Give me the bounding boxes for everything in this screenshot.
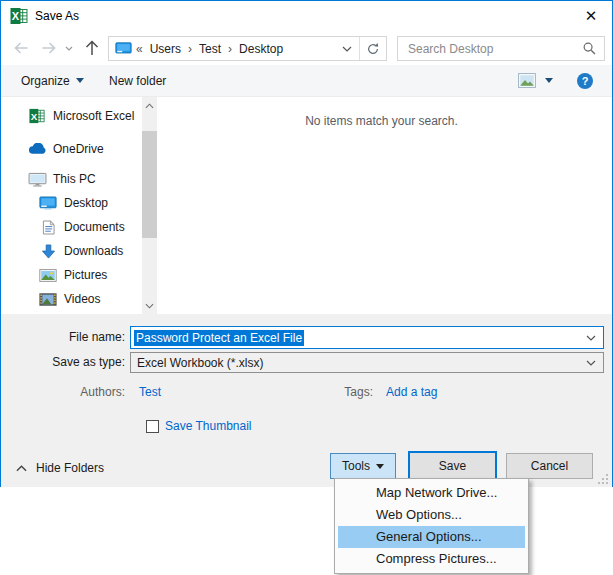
scrollbar-up-icon[interactable] — [142, 97, 157, 114]
sidebar-item-label: This PC — [53, 172, 96, 186]
file-name-combobox[interactable]: Password Protect an Excel File — [130, 326, 604, 349]
tools-dropdown-menu: Map Network Drive... Web Options... Gene… — [334, 478, 529, 574]
menu-item-general-options[interactable]: General Options... — [338, 526, 525, 548]
window-title: Save As — [35, 9, 79, 23]
help-button[interactable]: ? — [577, 73, 593, 89]
save-as-dialog: X Save As ✕ — [0, 0, 613, 487]
file-name-label: File name: — [1, 330, 125, 344]
sidebar-item-pictures[interactable]: Pictures — [38, 263, 178, 287]
menu-item-web-options[interactable]: Web Options... — [338, 504, 525, 526]
navigation-bar: « Users › Test › Desktop — [1, 31, 612, 65]
desktop-icon — [38, 196, 58, 210]
sidebar-item-label: Documents — [64, 220, 125, 234]
breadcrumb-item-desktop[interactable]: Desktop — [236, 42, 286, 56]
sidebar-item-label: OneDrive — [53, 142, 104, 156]
chevron-down-icon[interactable] — [586, 360, 596, 366]
videos-icon — [38, 293, 58, 306]
close-button[interactable]: ✕ — [582, 7, 600, 25]
breadcrumb-item-users[interactable]: Users — [147, 42, 184, 56]
onedrive-icon — [27, 143, 47, 155]
sidebar-item-desktop[interactable]: Desktop — [38, 191, 178, 215]
svg-text:X: X — [31, 111, 38, 122]
cancel-button-label: Cancel — [531, 459, 568, 473]
breadcrumb[interactable]: « Users › Test › Desktop — [108, 36, 387, 61]
scrollbar-thumb[interactable] — [142, 131, 157, 238]
organize-label: Organize — [21, 74, 70, 88]
sidebar-item-documents[interactable]: Documents — [38, 215, 178, 239]
sidebar-item-label: Pictures — [64, 268, 107, 282]
save-thumbnail-label[interactable]: Save Thumbnail — [165, 419, 252, 433]
chevron-down-icon — [76, 78, 84, 83]
address-dropdown-chevron-icon[interactable] — [335, 46, 359, 52]
tools-button[interactable]: Tools — [330, 453, 396, 479]
sidebar-item-label: Desktop — [64, 196, 108, 210]
authors-value-link[interactable]: Test — [139, 385, 161, 399]
tools-button-label: Tools — [342, 459, 370, 473]
content-area: X Microsoft Excel OneDrive — [1, 97, 612, 314]
back-button[interactable] — [12, 40, 30, 56]
downloads-icon — [38, 244, 58, 259]
recent-locations-chevron-icon[interactable] — [65, 46, 73, 51]
chevron-up-icon — [16, 465, 27, 472]
save-button[interactable]: Save — [408, 451, 497, 480]
new-folder-button[interactable]: New folder — [109, 65, 166, 96]
tags-label: Tags: — [281, 385, 373, 399]
sidebar-item-downloads[interactable]: Downloads — [38, 239, 178, 263]
authors-label: Authors: — [1, 385, 125, 399]
sidebar-item-label: Microsoft Excel — [53, 109, 134, 123]
add-a-tag-link[interactable]: Add a tag — [386, 385, 437, 399]
this-pc-icon — [27, 172, 47, 187]
up-button[interactable] — [85, 39, 99, 56]
sidebar-item-videos[interactable]: Videos — [38, 287, 178, 311]
excel-icon: X — [27, 108, 47, 124]
menu-item-compress-pictures[interactable]: Compress Pictures... — [338, 548, 525, 570]
search-box[interactable] — [397, 36, 605, 61]
menu-item-map-network-drive[interactable]: Map Network Drive... — [338, 482, 525, 504]
view-mode-chevron-icon[interactable] — [545, 78, 553, 83]
documents-icon — [38, 220, 58, 235]
command-bar: Organize New folder ? — [1, 65, 612, 97]
sidebar-item-label: Videos — [64, 292, 100, 306]
chevron-down-icon[interactable] — [586, 335, 596, 341]
desktop-location-icon — [115, 42, 132, 55]
chevron-down-icon — [376, 464, 384, 469]
save-as-type-value: Excel Workbook (*.xlsx) — [137, 356, 263, 370]
breadcrumb-separator-icon[interactable]: › — [228, 42, 232, 56]
save-button-label: Save — [439, 459, 466, 473]
breadcrumb-overflow-chevrons[interactable]: « — [136, 42, 143, 56]
new-folder-label: New folder — [109, 74, 166, 88]
refresh-button[interactable] — [359, 37, 386, 60]
save-as-type-label: Save as type: — [1, 355, 125, 369]
save-as-type-combobox[interactable]: Excel Workbook (*.xlsx) — [130, 352, 604, 373]
sidebar-item-label: Downloads — [64, 244, 123, 258]
view-mode-icon[interactable] — [518, 73, 536, 88]
bottom-panel: File name: Password Protect an Excel Fil… — [1, 314, 612, 487]
empty-results-message: No items match your search. — [161, 114, 602, 128]
save-thumbnail-checkbox[interactable] — [146, 420, 159, 433]
cancel-button[interactable]: Cancel — [506, 453, 593, 479]
breadcrumb-item-test[interactable]: Test — [196, 42, 224, 56]
search-icon[interactable] — [582, 41, 597, 56]
search-input[interactable] — [406, 41, 582, 57]
title-bar[interactable]: X Save As ✕ — [1, 1, 612, 31]
excel-app-icon: X — [10, 7, 28, 25]
hide-folders-label: Hide Folders — [36, 461, 104, 475]
sidebar-scrollbar[interactable] — [142, 97, 157, 314]
screen: X Save As ✕ — [0, 0, 613, 575]
svg-text:X: X — [12, 10, 20, 22]
pictures-icon — [38, 269, 58, 282]
organize-button[interactable]: Organize — [21, 65, 84, 96]
hide-folders-button[interactable]: Hide Folders — [16, 461, 104, 475]
scrollbar-down-icon[interactable] — [142, 297, 157, 314]
forward-button[interactable] — [40, 40, 58, 56]
file-name-value[interactable]: Password Protect an Excel File — [134, 330, 304, 346]
resize-grip[interactable] — [598, 474, 608, 484]
breadcrumb-separator-icon[interactable]: › — [188, 42, 192, 56]
